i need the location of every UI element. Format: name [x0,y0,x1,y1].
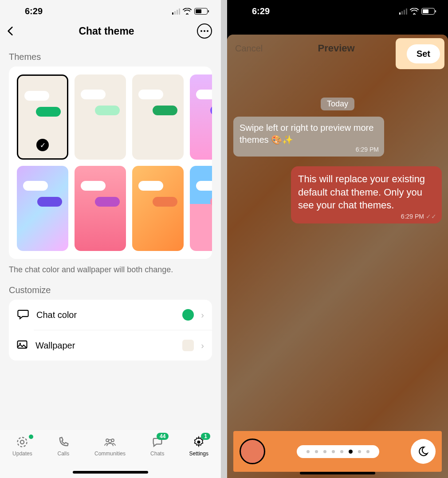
status-indicators [172,8,208,15]
theme-option[interactable] [17,166,68,251]
theme-option[interactable] [132,166,184,251]
home-indicator [300,472,375,474]
tab-updates[interactable]: Updates [12,435,32,478]
svg-point-3 [20,440,24,444]
message-time: 6:29 PM [356,145,379,154]
theme-option[interactable] [190,74,212,160]
themes-hint: The chat color and wallpaper will both c… [0,259,221,282]
update-dot [29,435,33,439]
tab-calls[interactable]: Calls [57,435,70,478]
customize-section-label: Customize [0,282,221,300]
wifi-icon [410,8,419,15]
more-button[interactable] [197,24,212,39]
status-time: 6:29 [252,6,270,16]
date-divider: Today [321,98,354,110]
chats-badge: 44 [157,433,169,440]
chat-bubble-icon [17,308,29,322]
themes-grid: ✓ [9,67,212,259]
preview-sheet: Cancel Preview Set Today Swipe left or r… [227,35,448,478]
settings-badge: 1 [201,433,210,440]
customize-list: Chat color › Wallpaper › [9,300,212,360]
status-time: 6:29 [25,6,43,16]
status-bar: 6:29 [227,0,448,20]
chat-theme-screen: 6:29 Chat theme Themes ✓ [0,0,221,478]
chat-color-preview [182,309,194,321]
chevron-right-icon: › [201,341,204,351]
theme-color-indicator[interactable] [240,439,265,464]
signal-icon [172,8,180,15]
wallpaper-icon [16,338,28,353]
cancel-button[interactable]: Cancel [235,43,263,54]
outgoing-message: This will replace your existing default … [291,166,442,223]
message-time: 6:29 PM ✓✓ [401,212,436,221]
communities-icon [103,435,117,449]
chevron-right-icon: › [201,310,204,320]
updates-icon [16,435,28,449]
preview-screen: 6:29 Cancel Preview Set Today Swipe left… [227,0,448,478]
theme-option[interactable] [75,74,126,160]
tab-chats[interactable]: 44 Chats [150,435,164,478]
wifi-icon [183,8,192,15]
message-text: Swipe left or right to preview more them… [240,123,373,145]
chat-color-row[interactable]: Chat color › [9,300,212,330]
preview-controls [233,431,442,472]
battery-icon [194,8,208,15]
chat-preview[interactable]: Today Swipe left or right to preview mor… [227,62,448,223]
svg-point-6 [108,440,111,443]
header: Chat theme [0,20,221,45]
theme-option[interactable] [132,74,184,160]
chat-color-label: Chat color [36,310,175,320]
theme-pager[interactable] [297,445,379,458]
preview-title: Preview [318,43,355,54]
signal-icon [399,8,407,15]
calls-icon [57,435,70,449]
theme-option[interactable] [190,166,212,251]
wallpaper-preview [182,340,194,351]
message-text: This will replace your existing default … [298,173,425,211]
svg-point-2 [18,438,27,447]
battery-icon [421,8,435,15]
page-title: Chat theme [16,25,197,37]
status-indicators [399,8,435,15]
incoming-message: Swipe left or right to preview more them… [233,117,384,157]
check-icon: ✓ [36,139,49,151]
theme-option[interactable] [75,166,126,251]
wallpaper-row[interactable]: Wallpaper › [34,330,212,360]
dark-mode-toggle[interactable] [411,439,436,464]
theme-option[interactable]: ✓ [17,74,68,160]
svg-point-7 [197,441,200,444]
status-bar: 6:29 [0,0,221,20]
back-button[interactable] [4,25,16,37]
home-indicator [73,471,148,474]
wallpaper-label: Wallpaper [35,341,175,351]
tab-settings[interactable]: 1 Settings [189,435,208,478]
read-ticks-icon: ✓✓ [426,212,436,221]
themes-section-label: Themes [0,45,221,67]
set-button[interactable]: Set [407,44,440,63]
